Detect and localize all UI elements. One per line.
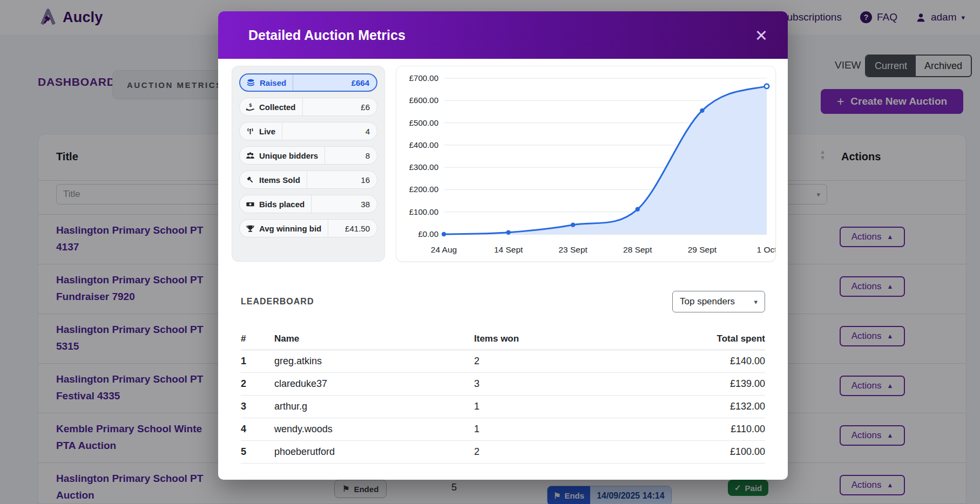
raised-over-time-chart: £0.00£100.00£200.00£300.00£400.00£500.00… <box>396 66 776 262</box>
app-root: Aucly Dashboard Auction Hub <box>0 0 980 504</box>
metric-value: 16 <box>307 175 377 185</box>
metric-value: 8 <box>325 151 377 160</box>
coins-icon <box>246 78 255 87</box>
metric-value: £664 <box>293 78 376 87</box>
metric-items-sold[interactable]: Items Sold 16 <box>239 171 377 189</box>
svg-text:23 Sept: 23 Sept <box>558 245 587 254</box>
trophy-icon <box>246 224 255 233</box>
metric-value: £6 <box>303 103 377 112</box>
leaderboard-header-row: # Name Items won Total spent <box>241 328 765 350</box>
svg-text:29 Sept: 29 Sept <box>688 245 717 254</box>
leaderboard-header: LEADERBOARD Top spenders ▾ <box>241 291 765 312</box>
metric-value: 4 <box>282 127 377 136</box>
metric-collected[interactable]: $ Collected £6 <box>239 98 377 116</box>
metric-unique-bidders[interactable]: Unique bidders 8 <box>239 146 377 165</box>
metric-value: £41.50 <box>328 224 377 233</box>
svg-text:£600.00: £600.00 <box>409 96 438 105</box>
metric-raised[interactable]: Raised £664 <box>239 73 377 92</box>
close-icon[interactable]: ✕ <box>751 25 772 46</box>
svg-text:£0.00: £0.00 <box>418 229 438 239</box>
leaderboard-row: 1 greg.atkins 2 £140.00 <box>241 350 765 373</box>
metric-avg-winning-bid[interactable]: Avg winning bid £41.50 <box>239 219 377 237</box>
bidder-name: wendy.woods <box>274 424 474 435</box>
modal-top-section: Raised £664 $ Collected £6 <box>232 66 776 262</box>
hand-money-icon: $ <box>246 103 255 112</box>
leaderboard-filter-select[interactable]: Top spenders ▾ <box>672 291 765 312</box>
svg-text:£400.00: £400.00 <box>409 140 438 149</box>
modal-title: Detailed Auction Metrics <box>248 28 405 43</box>
bidder-name: clareduke37 <box>274 378 474 390</box>
bidder-name: greg.atkins <box>274 356 474 367</box>
svg-text:£300.00: £300.00 <box>409 162 438 172</box>
area-chart: £0.00£100.00£200.00£300.00£400.00£500.00… <box>396 66 776 261</box>
detailed-auction-metrics-modal: Detailed Auction Metrics ✕ Raised £664 <box>218 11 788 480</box>
live-signal-icon <box>246 127 255 136</box>
modal-header: Detailed Auction Metrics ✕ <box>218 11 788 59</box>
banknote-icon <box>246 200 255 209</box>
svg-text:£700.00: £700.00 <box>409 73 438 83</box>
chevron-down-icon: ▾ <box>754 298 758 306</box>
users-icon <box>246 151 255 160</box>
svg-text:1 Oct: 1 Oct <box>756 245 776 254</box>
svg-text:$: $ <box>249 103 252 108</box>
leaderboard-row: 5 phoeberutford 2 £100.00 <box>241 441 765 464</box>
metrics-panel: Raised £664 $ Collected £6 <box>232 66 385 262</box>
leaderboard-heading: LEADERBOARD <box>241 297 314 307</box>
bidder-name: arthur.g <box>274 401 474 412</box>
svg-text:14 Sept: 14 Sept <box>494 245 523 254</box>
metric-bids-placed[interactable]: Bids placed 38 <box>239 195 377 213</box>
svg-text:24 Aug: 24 Aug <box>431 245 457 254</box>
metric-value: 38 <box>312 200 377 209</box>
svg-text:£200.00: £200.00 <box>409 185 438 194</box>
svg-text:£500.00: £500.00 <box>409 118 438 127</box>
leaderboard-row: 2 clareduke37 3 £139.00 <box>241 373 765 396</box>
gavel-icon <box>246 175 255 185</box>
leaderboard-row: 4 wendy.woods 1 £110.00 <box>241 418 765 441</box>
svg-text:28 Sept: 28 Sept <box>623 245 652 254</box>
svg-text:£100.00: £100.00 <box>409 207 438 216</box>
bidder-name: phoeberutford <box>274 446 474 458</box>
metric-live[interactable]: Live 4 <box>239 122 377 140</box>
leaderboard-table: # Name Items won Total spent 1 greg.atki… <box>241 328 765 464</box>
leaderboard-row: 3 arthur.g 1 £132.00 <box>241 396 765 418</box>
